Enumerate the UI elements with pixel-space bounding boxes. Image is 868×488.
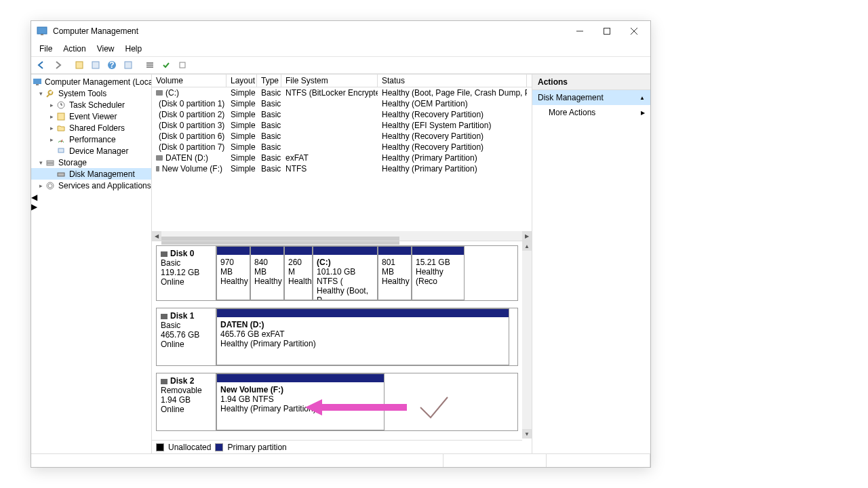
- cell-text: Healthy (Recovery Partition): [382, 142, 484, 152]
- scroll-track[interactable]: [522, 251, 532, 429]
- actions-selected[interactable]: Disk Management ▲: [532, 90, 650, 105]
- chevron-right-icon[interactable]: ▸: [47, 113, 56, 120]
- volume-hscrollbar[interactable]: ◀▶: [152, 231, 532, 241]
- refresh-icon[interactable]: [72, 58, 87, 73]
- titlebar[interactable]: Computer Management: [31, 21, 650, 41]
- partition[interactable]: 801 MBHealthy: [378, 246, 412, 300]
- cell-text: (C:): [165, 88, 179, 98]
- minimize-button[interactable]: [566, 22, 593, 41]
- tree-shared-folders[interactable]: ▸Shared Folders: [31, 122, 151, 134]
- partition-body: New Volume (F:)1.94 GB NTFSHealthy (Prim…: [217, 382, 384, 430]
- chevron-right-icon[interactable]: ▸: [47, 125, 56, 131]
- partition[interactable]: 260 MHealth: [284, 246, 313, 300]
- nav-tree[interactable]: Computer Management (Local ▾ System Tool…: [31, 75, 151, 192]
- tree-item-label: Storage: [58, 158, 87, 167]
- cell-text: Simple: [231, 153, 256, 163]
- tree-storage[interactable]: ▾Storage: [31, 157, 151, 168]
- partition[interactable]: 970 MBHealthy: [216, 246, 250, 300]
- partition[interactable]: (C:)101.10 GB NTFS (Healthy (Boot, P: [313, 246, 378, 300]
- partition-bar: [412, 247, 464, 255]
- close-button[interactable]: [620, 22, 648, 41]
- tree-item-label: Shared Folders: [69, 123, 125, 133]
- volume-row[interactable]: (Disk 0 partition 6)SimpleBasicHealthy (…: [152, 131, 532, 142]
- scroll-right-icon[interactable]: ▶: [31, 202, 151, 211]
- back-button[interactable]: [34, 58, 49, 73]
- cell-text: DATEN (D:): [165, 153, 208, 163]
- disk-info: Disk 2Removable1.94 GBOnline: [157, 373, 216, 430]
- disk[interactable]: Disk 0Basic119.12 GBOnline970 MBHealthy8…: [156, 245, 518, 301]
- actions-more[interactable]: More Actions ▶: [532, 105, 650, 120]
- folder-icon: [56, 123, 66, 134]
- cell-text: Simple: [231, 131, 256, 141]
- tree-services[interactable]: ▸Services and Applications: [31, 180, 151, 191]
- tree-item-label: Task Scheduler: [69, 100, 125, 110]
- tree-task-scheduler[interactable]: ▸Task Scheduler: [31, 99, 151, 110]
- menu-view[interactable]: View: [92, 43, 120, 55]
- tree-root[interactable]: Computer Management (Local: [31, 76, 151, 87]
- column-header[interactable]: Volume: [152, 75, 226, 87]
- scroll-up-icon[interactable]: ▲: [522, 241, 532, 251]
- disk-name: Disk 0: [170, 249, 194, 258]
- column-header[interactable]: Layout: [226, 75, 257, 87]
- volume-row[interactable]: (Disk 0 partition 7)SimpleBasicHealthy (…: [152, 142, 532, 152]
- scroll-right-icon[interactable]: ▶: [522, 231, 532, 241]
- tree-event-viewer[interactable]: ▸Event Viewer: [31, 110, 151, 122]
- tree-hscrollbar[interactable]: ◀▶: [31, 192, 151, 211]
- chevron-down-icon[interactable]: ▾: [37, 90, 45, 97]
- gear-icon: [45, 180, 56, 191]
- cell-text: Simple: [231, 99, 256, 108]
- cell-text: Simple: [231, 142, 256, 152]
- cell-text: Simple: [231, 164, 256, 174]
- scroll-left-icon[interactable]: ◀: [31, 192, 151, 202]
- volume-row[interactable]: (Disk 0 partition 1)SimpleBasicHealthy (…: [152, 98, 532, 109]
- volume-row[interactable]: (Disk 0 partition 3)SimpleBasicHealthy (…: [152, 120, 532, 131]
- partition-body: 801 MBHealthy: [378, 255, 411, 300]
- tree-item-label: Disk Management: [69, 169, 135, 179]
- column-header[interactable]: Type: [257, 75, 281, 87]
- chevron-right-icon[interactable]: ▸: [47, 136, 56, 143]
- volume-row[interactable]: New Volume (F:)SimpleBasicNTFSHealthy (P…: [152, 163, 532, 174]
- volume-row[interactable]: DATEN (D:)SimpleBasicexFATHealthy (Prima…: [152, 152, 532, 163]
- disk[interactable]: Disk 2Removable1.94 GBOnlineNew Volume (…: [156, 373, 518, 431]
- tools-icon: [45, 88, 56, 99]
- volume-icon: [156, 155, 163, 161]
- cell-text: Basic: [261, 153, 281, 163]
- forward-button[interactable]: [50, 58, 65, 73]
- volume-row[interactable]: (C:)SimpleBasicNTFS (BitLocker Encrypted…: [152, 87, 532, 98]
- disk-size: 1.94 GB: [161, 395, 212, 405]
- column-header[interactable]: Status: [378, 75, 527, 87]
- action-icon[interactable]: [121, 58, 136, 73]
- menu-help[interactable]: Help: [120, 43, 148, 55]
- help-icon[interactable]: ?: [104, 58, 119, 73]
- menu-file[interactable]: File: [34, 43, 58, 55]
- tree-device-manager[interactable]: Device Manager: [31, 145, 151, 157]
- tree-item-label: System Tools: [58, 89, 106, 98]
- status-cell: [31, 454, 443, 467]
- column-header[interactable]: File System: [281, 75, 378, 87]
- properties-icon[interactable]: [88, 58, 103, 73]
- partition[interactable]: DATEN (D:)465.76 GB exFATHealthy (Primar…: [216, 308, 509, 365]
- disk-name: Disk 1: [170, 311, 194, 321]
- list-icon[interactable]: [142, 58, 157, 73]
- partition[interactable]: 840 MBHealthy: [250, 246, 284, 300]
- volume-row[interactable]: (Disk 0 partition 2)SimpleBasicHealthy (…: [152, 109, 532, 120]
- scroll-down-icon[interactable]: ▼: [522, 429, 532, 439]
- scroll-left-icon[interactable]: ◀: [152, 231, 161, 241]
- settings-icon[interactable]: [175, 58, 190, 73]
- table-cell: Basic: [257, 164, 281, 174]
- chevron-right-icon[interactable]: ▸: [47, 102, 56, 108]
- check-icon[interactable]: [159, 58, 174, 73]
- tree-disk-management[interactable]: Disk Management: [31, 168, 151, 180]
- chevron-down-icon[interactable]: ▾: [37, 159, 45, 166]
- tree-system-tools[interactable]: ▾ System Tools: [31, 87, 151, 99]
- maximize-button[interactable]: [593, 22, 620, 41]
- partition[interactable]: New Volume (F:)1.94 GB NTFSHealthy (Prim…: [216, 373, 384, 430]
- table-cell: DATEN (D:): [152, 153, 226, 163]
- volume-list-rows[interactable]: (C:)SimpleBasicNTFS (BitLocker Encrypted…: [152, 87, 532, 231]
- chevron-right-icon[interactable]: ▸: [37, 182, 45, 189]
- tree-performance[interactable]: ▸Performance: [31, 134, 151, 145]
- menu-action[interactable]: Action: [58, 43, 91, 55]
- disk-vscrollbar[interactable]: ▲▼: [522, 241, 532, 439]
- disk[interactable]: Disk 1Basic465.76 GBOnlineDATEN (D:)465.…: [156, 308, 518, 366]
- partition[interactable]: 15.21 GBHealthy (Reco: [412, 246, 465, 300]
